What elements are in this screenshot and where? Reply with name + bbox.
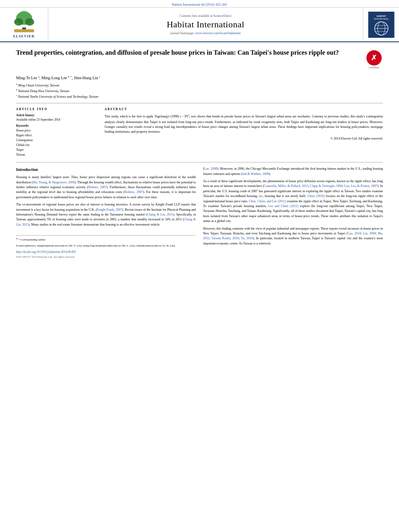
authors-line: Ming-Te Lee a, Ming-Long Lee b *, Shin-H… [16,75,383,80]
footnote-area: ** Corresponding author. E-mail addresse… [16,235,196,248]
abstract-heading: ABSTRACT [105,107,383,111]
affil-b: b National Dong Hwa University, Taiwan [16,88,383,94]
intro-para1: Housing is many families' largest asset.… [16,175,196,200]
left-column: Introduction Housing is many families' l… [16,166,196,259]
contents-line: Contents lists available at ScienceDirec… [180,14,232,18]
article-content: Trend properties, cointegration, and dif… [0,42,399,265]
section-divider-2 [16,162,383,162]
doi-line[interactable]: http://dx.doi.org/10.1016/j.habitatint.2… [16,250,196,254]
cite-liu-2009[interactable]: Liu, 2009 [363,232,376,235]
article-info-abstract: ARTICLE INFO Article history: Available … [16,107,383,157]
cite-jud-winkler[interactable]: Jud & Winkler, 2009 [242,172,269,176]
cite-knight-frank[interactable]: Knight Frank, 2007 [97,208,122,212]
right-para3: However, this finding contrasts with the… [203,226,383,246]
affiliations-block: a Ming Chuan University, Taiwan b Nation… [16,82,383,99]
cite-taiwan-realty[interactable]: Taiwan Realty, 2010 [212,236,239,240]
article-info-heading: ARTICLE INFO [16,107,97,111]
history-label: Article history: [16,113,97,117]
abstract-text: This study, which is the first to apply … [105,113,383,134]
cite-lee-2008[interactable]: Lee, 2008 [204,167,217,170]
crossmark-badge: ✗ CrossMark [365,50,383,69]
cite-luo[interactable]: Luo, Liu, & Picken, 2007 [344,184,378,188]
elsevier-wordmark: ELSEVIER [13,34,35,38]
cite-holmes-2007a[interactable]: Holmes, 2007 [88,185,107,189]
journal-header-center: Contents lists available at ScienceDirec… [48,8,363,41]
cite-yu-2010[interactable]: Yu, 2010 [241,236,253,240]
journal-top-bar: Habitat International 44 (2014) 432–441 [0,0,399,8]
keywords-label: Keywords: [16,124,97,127]
footnote-star: ** Corresponding author. [16,237,196,242]
page: Habitat International 44 (2014) 432–441 [0,0,399,532]
habitat-logo-icon: HABITAT INTERNATIONAL [367,12,395,38]
sciencedirect-link[interactable]: ScienceDirect [214,14,232,18]
homepage-url[interactable]: www.elsevier.com/locate/habitatint [195,31,241,35]
cite-clapp[interactable]: Clapp & Tirtiroglu, 1994 [310,184,343,188]
elsevier-logo-area: ELSEVIER [0,8,48,41]
cite-canarella[interactable]: Canarella, Miller, & Pollard, 2012 [264,184,308,188]
cite-chen-chien-lee[interactable]: Chen, Chien, and Lee (2011) [249,199,286,203]
right-para2: As a result of these significant develop… [203,179,383,224]
crossmark-label: CrossMark [368,66,379,69]
habitat-logo-area: HABITAT INTERNATIONAL [363,8,399,41]
cite-chang-lin-2011b[interactable]: Chang & Lin, 2011 [16,218,196,226]
cite-lee-chien[interactable]: Lee and Chien (2011) [268,204,298,208]
cite-chang-lin-2011a[interactable]: Chang & Lin, 2011 [147,213,173,216]
main-columns: Introduction Housing is many families' l… [16,166,383,259]
affil-a: a Ming Chuan University, Taiwan [16,82,383,88]
keywords-list: House price Ripple effect Cointegration … [16,128,97,157]
issn-line: 0197-3975/© 2014 Elsevier Ltd. All right… [16,255,196,259]
right-column: (Lee, 2008). Moreover, in 2006, the Chic… [203,166,383,259]
section-divider-1 [16,103,383,103]
svg-point-4 [25,18,34,25]
affil-c: c National Yunlin University of Science … [16,94,383,99]
journal-homepage-line: journal homepage: www.elsevier.com/locat… [171,31,241,35]
author-c-sup: c [99,75,100,78]
journal-header: ELSEVIER Contents lists available at Sci… [0,8,399,42]
intro-para2: The co-movements of regional house price… [16,202,196,227]
article-title-section: Trend properties, cointegration, and dif… [16,49,383,71]
right-para1: (Lee, 2008). Moreover, in 2006, the Chic… [203,166,383,177]
crossmark-icon: ✗ [366,50,382,66]
cite-holmes-2007b[interactable]: Holmes, 2007 [124,190,143,194]
svg-text:INTERNATIONAL: INTERNATIONAL [374,18,389,20]
svg-text:HABITAT: HABITAT [376,15,386,17]
author-a-sup: a [38,75,39,78]
copyright-line: © 2014 Elsevier Ltd. All rights reserved… [105,137,383,140]
journal-title: Habitat International [167,19,244,30]
cite-cao[interactable]: Cao, 2010 [348,232,361,235]
svg-point-5 [19,11,29,20]
cite-shi-2009[interactable]: Shi, Young, & Hargreaves, 2009 [33,181,75,184]
history-value: Available online 23 September 2014 [16,118,97,121]
abstract-col: ABSTRACT This study, which is the first … [105,107,383,157]
journal-citation: Habitat International 44 (2014) 432–441 [172,2,227,6]
cite-chien-2010[interactable]: Chien (2010) [307,194,325,198]
intro-section-title: Introduction [16,166,196,173]
svg-point-3 [14,18,23,25]
author-star-sup: * [70,75,72,78]
elsevier-logo: ELSEVIER [10,11,38,38]
author-b-sup: b [68,75,70,78]
elsevier-tree-icon [10,11,38,33]
article-info-col: ARTICLE INFO Article history: Available … [16,107,97,157]
footnote-email: E-mail addresses: mingteli@mail.mcu.edu.… [16,244,196,248]
article-title: Trend properties, cointegration, and dif… [16,49,339,57]
